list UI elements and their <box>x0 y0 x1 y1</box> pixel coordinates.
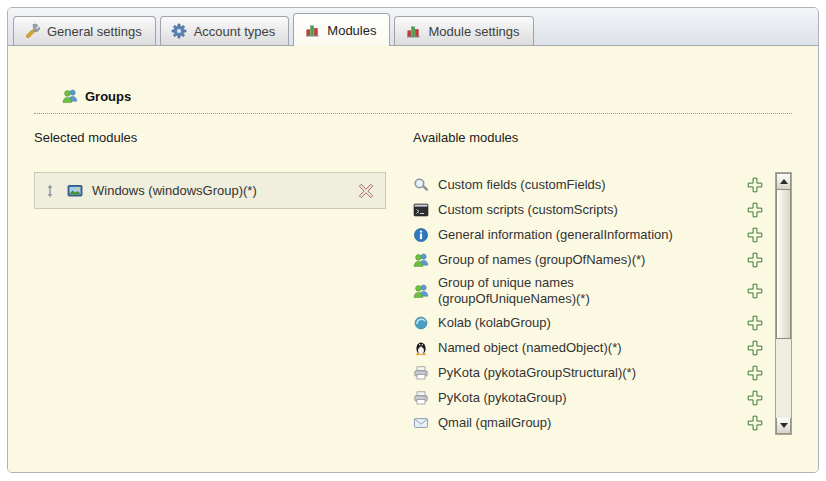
add-module-button[interactable] <box>747 390 763 406</box>
add-module-button[interactable] <box>747 365 763 381</box>
info-icon <box>413 227 429 243</box>
magnifier-icon <box>413 177 429 193</box>
available-module-row: PyKota (pykotaGroupStructural)(*) <box>413 360 773 385</box>
group-icon <box>413 252 429 268</box>
modules-panel: Groups Selected modules Windows (windows… <box>8 45 818 472</box>
plus-icon <box>747 227 763 243</box>
add-module-button[interactable] <box>747 227 763 243</box>
module-label: Group of unique names (groupOfUniqueName… <box>438 275 613 307</box>
selected-modules-list: Windows (windowsGroup)(*) <box>34 172 386 209</box>
tux-icon <box>413 340 429 356</box>
available-module-row: Custom scripts (customScripts) <box>413 197 773 222</box>
plus-icon <box>747 415 763 431</box>
plus-icon <box>747 177 763 193</box>
printer-icon <box>413 390 429 406</box>
wrench-icon <box>24 23 40 39</box>
tab-account-types[interactable]: Account types <box>160 16 290 45</box>
plus-icon <box>747 283 763 299</box>
section-title: Groups <box>85 89 131 104</box>
remove-module-button[interactable] <box>358 183 374 199</box>
windows-module-icon <box>67 183 83 199</box>
module-label: General information (generalInformation) <box>438 227 673 243</box>
tab-module-settings[interactable]: Module settings <box>394 16 533 45</box>
module-label: Group of names (groupOfNames)(*) <box>438 252 645 268</box>
remove-icon <box>358 183 374 199</box>
tab-label: Modules <box>327 23 376 38</box>
tab-modules[interactable]: Modules <box>293 13 390 46</box>
add-module-button[interactable] <box>747 252 763 268</box>
module-label: PyKota (pykotaGroup) <box>438 390 567 406</box>
add-module-button[interactable] <box>747 415 763 431</box>
available-module-row: Named object (namedObject)(*) <box>413 335 773 360</box>
lam-config-widget: General settings Account types Modules M… <box>7 7 819 473</box>
selected-modules-heading: Selected modules <box>34 130 386 145</box>
scrollbar-thumb[interactable] <box>776 189 791 339</box>
modules-columns: Selected modules Windows (windowsGroup)(… <box>34 130 792 435</box>
group-icon <box>62 88 78 104</box>
scroll-down-button[interactable] <box>776 418 791 434</box>
scroll-up-button[interactable] <box>776 173 791 189</box>
available-module-row: General information (generalInformation) <box>413 222 773 247</box>
selected-module-row[interactable]: Windows (windowsGroup)(*) <box>34 172 386 209</box>
chart-icon <box>304 22 320 38</box>
plus-icon <box>747 315 763 331</box>
kolab-icon <box>413 315 429 331</box>
module-label: Windows (windowsGroup)(*) <box>92 183 257 199</box>
available-module-row: Group of names (groupOfNames)(*) <box>413 247 773 272</box>
selected-modules-column: Selected modules Windows (windowsGroup)(… <box>34 130 386 435</box>
tab-general-settings[interactable]: General settings <box>13 16 156 45</box>
plus-icon <box>747 340 763 356</box>
mail-icon <box>413 415 429 431</box>
section-heading: Groups <box>34 88 792 114</box>
available-modules-column: Available modules Custom fields (customF… <box>413 130 792 435</box>
tab-label: Account types <box>194 24 276 39</box>
available-modules-heading: Available modules <box>413 130 792 145</box>
module-label: Kolab (kolabGroup) <box>438 315 551 331</box>
printer-icon <box>413 365 429 381</box>
add-module-button[interactable] <box>747 202 763 218</box>
available-modules-body: Custom fields (customFields) Custom scri… <box>413 172 792 435</box>
chart-icon <box>405 23 421 39</box>
plus-icon <box>747 202 763 218</box>
scrollbar-track[interactable] <box>776 189 791 418</box>
available-modules-list: Custom fields (customFields) Custom scri… <box>413 172 773 435</box>
add-module-button[interactable] <box>747 315 763 331</box>
plus-icon <box>747 252 763 268</box>
scroll-down-icon <box>780 423 788 428</box>
tab-label: General settings <box>47 24 142 39</box>
module-label: PyKota (pykotaGroupStructural)(*) <box>438 365 636 381</box>
available-module-row: Group of unique names (groupOfUniqueName… <box>413 272 773 310</box>
tab-bar: General settings Account types Modules M… <box>8 8 818 45</box>
module-label: Custom fields (customFields) <box>438 177 606 193</box>
group-icon <box>413 283 429 299</box>
drag-handle-icon[interactable] <box>42 183 58 199</box>
plus-icon <box>747 390 763 406</box>
module-label: Named object (namedObject)(*) <box>438 340 622 356</box>
available-module-row: Kolab (kolabGroup) <box>413 310 773 335</box>
add-module-button[interactable] <box>747 283 763 299</box>
add-module-button[interactable] <box>747 340 763 356</box>
scrollbar[interactable] <box>775 172 792 435</box>
gear-icon <box>171 23 187 39</box>
plus-icon <box>747 365 763 381</box>
available-module-row: PyKota (pykotaGroup) <box>413 385 773 410</box>
terminal-icon <box>413 202 429 218</box>
tab-label: Module settings <box>428 24 519 39</box>
module-label: Qmail (qmailGroup) <box>438 415 551 431</box>
scroll-up-icon <box>780 179 788 184</box>
available-module-row: Qmail (qmailGroup) <box>413 410 773 435</box>
add-module-button[interactable] <box>747 177 763 193</box>
module-label: Custom scripts (customScripts) <box>438 202 618 218</box>
available-module-row: Custom fields (customFields) <box>413 172 773 197</box>
